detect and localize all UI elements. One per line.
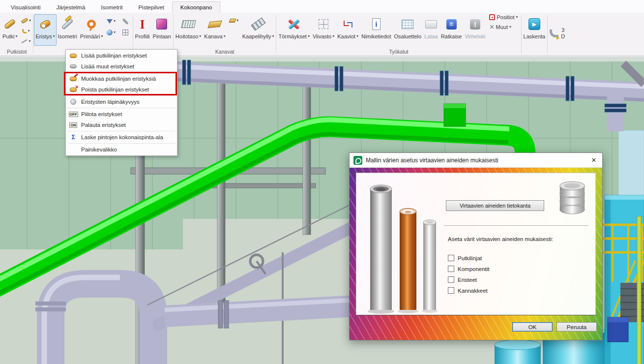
tab-pistepilvet[interactable]: Pistepilvet xyxy=(130,2,172,13)
menu-item-lisaa-putkilinjan-eristykset[interactable]: Lisää putkilinjan eristykset xyxy=(66,50,177,61)
tab-jarjestelma[interactable]: Järjestelmä xyxy=(49,2,93,13)
ribbon-button-profiili[interactable]: I Profiili xyxy=(134,14,151,46)
ribbon-button-viivasto[interactable]: Viivasto▾ xyxy=(311,14,336,46)
ok-button[interactable]: OK xyxy=(512,322,553,332)
color-settings-dialog: Mallin värien asetus virtaavien aineiden… xyxy=(349,152,603,340)
insulation-icon xyxy=(35,16,55,32)
checkbox-label: Eristeet xyxy=(458,277,477,283)
duct-mini-tools: ▾ xyxy=(228,16,241,25)
ribbon-button-virheloki[interactable]: ! Virheloki xyxy=(463,14,487,46)
cancel-button[interactable]: Peruuta xyxy=(556,322,597,332)
pipes-illustration xyxy=(360,182,459,319)
primary-icon xyxy=(80,16,103,32)
menu-item-poista-putkilinjan-eristykset[interactable]: ✕ Poista putkilinjan eristykset xyxy=(66,84,177,95)
ribbon-button-lataa[interactable]: Lataa xyxy=(423,14,439,46)
menu-item-muokkaa-putkilinjan-eristyksia[interactable]: Muokkaa putkilinjan eristyksiä xyxy=(66,73,177,84)
elbow-small-button[interactable]: ▾ xyxy=(19,27,32,35)
checkbox-label: Putkilinjat xyxy=(458,255,482,261)
cable-tray-icon xyxy=(242,16,274,32)
ribbon-button-kaaviot[interactable]: Kaaviot▾ xyxy=(336,14,360,46)
ribbon-button-nimiketiedot[interactable]: i Nimiketiedot xyxy=(360,14,393,46)
checkbox-label: Kannakkeet xyxy=(458,288,488,294)
line-small-button[interactable]: ▾ xyxy=(19,37,32,46)
ribbon-button-label: Hoitotaso xyxy=(176,33,198,39)
funnel-button[interactable]: ▾ xyxy=(105,17,118,26)
checkbox-komponentit[interactable]: Komponentit xyxy=(448,266,490,272)
ribbon-button-isometri[interactable]: Isometri xyxy=(57,14,79,46)
delete-insulation-icon: ✕ xyxy=(69,86,78,93)
ribbon-button-label: Kaaviot xyxy=(337,33,355,39)
dialog-inner-panel: Virtaavien aineiden tietokanta Aseta vär… xyxy=(356,173,596,315)
menu-separator xyxy=(67,131,176,131)
tab-isometrit[interactable]: Isometrit xyxy=(93,2,130,13)
ribbon-button-label: Laskenta xyxy=(524,33,546,39)
menu-item-piilota-eristykset[interactable]: OFF Piilota eristykset xyxy=(66,109,177,120)
group-kanavat: Hoitotaso▾ Kanava▾ ▾ Kaapelihylly▾ Kanav… xyxy=(174,13,276,56)
menu-item-label: Lisää putkilinjan eristykset xyxy=(81,53,147,59)
ribbon-button-eristys[interactable]: Eristys▾ xyxy=(34,14,56,46)
menu-separator xyxy=(67,143,176,144)
ribbon-button-osaluettelo[interactable]: Osaluettelo xyxy=(392,14,423,46)
parts-list-icon xyxy=(394,16,421,32)
wrench-button[interactable] xyxy=(119,17,132,26)
checkbox-eristeet[interactable]: Eristeet xyxy=(448,276,490,283)
ribbon-button-primaari[interactable]: Primääri▾ xyxy=(79,14,105,46)
duct-small-button[interactable]: ▾ xyxy=(228,16,241,25)
dialog-divider xyxy=(444,225,588,226)
menu-item-painikevalikko[interactable]: Painikevalikko xyxy=(66,144,177,155)
edit-insulation-icon xyxy=(69,75,78,83)
menu-item-label: Painikevalikko xyxy=(81,147,117,152)
checkbox-list: Putkilinjat Komponentit Eristeet Kannakk… xyxy=(448,255,490,294)
group-separator xyxy=(276,15,276,53)
load-icon xyxy=(424,16,438,32)
menu-item-label: Palauta eristykset xyxy=(81,122,126,128)
pipe-small-icon xyxy=(21,18,28,24)
menu-separator xyxy=(67,95,176,96)
pipe-extra-tools: ▾ ▾ xyxy=(105,17,132,38)
isometric-icon xyxy=(58,16,77,32)
ribbon-button-kaapelihylly[interactable]: Kaapelihylly▾ xyxy=(241,14,276,46)
ribbon-button-3d[interactable]: 3 D xyxy=(548,14,566,46)
ribbon-button-positiot[interactable]: Positiot▾ xyxy=(489,14,518,20)
checkbox-kannakkeet[interactable]: Kannakkeet xyxy=(448,287,490,294)
sphere-button[interactable]: ▾ xyxy=(105,28,118,37)
database-button[interactable]: Virtaavien aineiden tietokanta xyxy=(446,200,544,211)
menu-item-label: Eristysten läpinäkyvyys xyxy=(81,99,140,105)
funnel-icon xyxy=(107,19,113,24)
menu-separator xyxy=(67,72,176,73)
chevron-down-icon: ▾ xyxy=(114,30,116,34)
ribbon-button-kanava[interactable]: Kanava▾ xyxy=(203,14,227,46)
checkbox-putkilinjat[interactable]: Putkilinjat xyxy=(448,255,490,261)
ribbon-button-putki[interactable]: Putki▾ xyxy=(1,14,19,46)
dialog-title: Mallin värien asetus virtaavien aineiden… xyxy=(366,157,582,164)
menu-item-palauta-eristykset[interactable]: ON Palauta eristykset xyxy=(66,120,177,130)
no-icon xyxy=(69,146,78,153)
ribbon-button-hoitotaso[interactable]: Hoitotaso▾ xyxy=(174,14,203,46)
chevron-down-icon: ▾ xyxy=(114,19,116,23)
chevron-down-icon: ▾ xyxy=(332,34,334,38)
pipe-small-button[interactable]: ▾ xyxy=(19,16,32,25)
ribbon-button-ratkaise[interactable]: = Ratkaise xyxy=(439,14,464,46)
group-label-tyokalut: Työkalut xyxy=(277,48,520,56)
ribbon-button-label: Profiili xyxy=(135,33,150,39)
menu-item-eristysten-lapinakyvyys[interactable]: Eristysten läpinäkyvyys xyxy=(66,96,177,107)
close-icon[interactable]: ✕ xyxy=(585,153,602,167)
ribbon-button-laskenta[interactable]: ▶ Laskenta xyxy=(522,14,547,46)
chevron-down-icon: ▾ xyxy=(15,34,17,38)
menu-item-lisaa-muut-eristykset[interactable]: Lisää muut eristykset xyxy=(66,61,177,72)
misc-tools-icon: ✕ xyxy=(489,24,494,30)
group-label-empty xyxy=(548,48,566,56)
menu-item-laske-pintojen-kokonaispinta-ala[interactable]: Σ Laske pintojen kokonaispinta-ala xyxy=(66,132,177,143)
ribbon-button-muut[interactable]: ✕Muut▾ xyxy=(489,24,518,30)
tab-visualisointi[interactable]: Visualisointi xyxy=(3,2,49,13)
chevron-down-icon: ▾ xyxy=(236,19,238,23)
application-window: Visualisointi Järjestelmä Isometrit Pist… xyxy=(0,0,644,364)
ribbon-button-tormaykset[interactable]: Törmäykset▾ xyxy=(277,14,311,46)
grid-button[interactable] xyxy=(119,28,132,37)
dialog-title-bar[interactable]: Mallin värien asetus virtaavien aineiden… xyxy=(350,153,602,168)
group-label-empty xyxy=(522,48,547,56)
positions-icon xyxy=(489,14,495,20)
ribbon-button-pintaan[interactable]: Pintaan xyxy=(151,14,173,46)
hide-insulation-icon: OFF xyxy=(69,110,78,118)
tab-kokoonpano[interactable]: Kokoonpano xyxy=(172,1,221,13)
